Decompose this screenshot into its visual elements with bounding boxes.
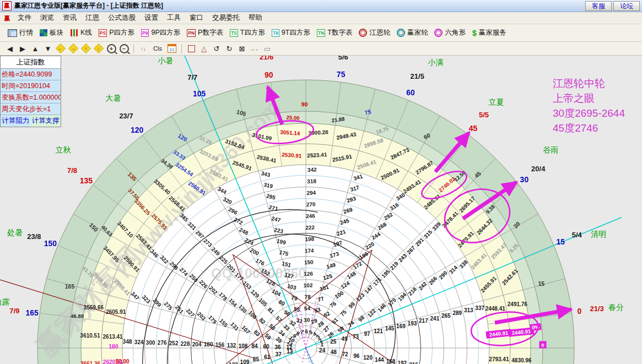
toolbar-button-板块[interactable]: 板块 [36, 27, 67, 39]
toolbar-button-T四方形[interactable]: TST四方形 [226, 27, 268, 39]
panel-button-0[interactable]: 计算阻力 [1, 115, 31, 127]
titlebar-button-客服[interactable]: 客服 [585, 1, 612, 11]
svg-text:96: 96 [353, 353, 360, 359]
svg-text:216: 216 [409, 362, 418, 364]
toolbar-button-行情[interactable]: 行情 [4, 27, 36, 39]
svg-text:109: 109 [240, 359, 250, 364]
wheel-label: 165 [65, 283, 75, 290]
wheel-label: 246 [306, 213, 315, 219]
rotate-ccw-icon[interactable]: ↺ [211, 44, 222, 54]
menu-item-9[interactable]: 帮助 [244, 12, 267, 24]
toolbar-button-P数字表[interactable]: PNP数字表 [184, 27, 226, 39]
svg-text:49: 49 [342, 336, 348, 342]
toolbar-button-六角形[interactable]: 六角形 [431, 27, 469, 39]
toolbar-button-赢家轮[interactable]: 赢家轮 [393, 27, 431, 39]
svg-text:192: 192 [397, 360, 407, 364]
index-name: 上证指数 [1, 56, 61, 69]
wheel-label: 168 [386, 358, 396, 364]
svg-text:150: 150 [44, 239, 57, 248]
menu-item-3[interactable]: 江恩 [81, 12, 104, 24]
toolbar-separator [181, 44, 182, 53]
updown-marker-icon[interactable]: ↑↓ [138, 44, 149, 54]
toolbar-button-K线[interactable]: K线 [67, 27, 95, 39]
wheel-label: 97 [364, 331, 371, 337]
menu-item-5[interactable]: 设置 [140, 12, 163, 24]
wheel-label: 36 [274, 344, 281, 350]
svg-text:252: 252 [169, 340, 179, 346]
titlebar-button-论坛[interactable]: 论坛 [613, 1, 640, 11]
svg-text:72: 72 [342, 351, 349, 357]
svg-text:处暑: 处暑 [7, 228, 23, 237]
toolbar-button-P四方形[interactable]: PSP四方形 [95, 27, 138, 39]
toolbar-label: 赢家轮 [407, 28, 428, 37]
panel-button-1[interactable]: 计算支撑 [31, 115, 61, 127]
svg-text:222: 222 [305, 224, 315, 231]
pan-left-icon[interactable]: ← [55, 44, 66, 54]
rect-tool-icon[interactable] [186, 44, 197, 54]
nav-forward-icon[interactable]: ▶ [17, 44, 28, 54]
menu-item-6[interactable]: 工具 [163, 12, 185, 24]
wheel-label: 84 [251, 343, 258, 349]
svg-text:48: 48 [331, 349, 337, 355]
svg-text:318: 318 [307, 178, 316, 184]
wheel-label: 198 [305, 236, 314, 242]
zoom-in-icon[interactable]: + [106, 44, 117, 54]
svg-text:246: 246 [306, 213, 315, 219]
svg-text:198: 198 [305, 236, 314, 242]
toolbar-button-赢家服务[interactable]: $赢家服务 [469, 27, 510, 39]
menu-item-7[interactable]: 窗口 [185, 12, 208, 24]
svg-text:2793.41: 2793.41 [489, 356, 509, 362]
delete-box-icon[interactable]: ⊠ [236, 44, 247, 54]
svg-text:90: 90 [301, 101, 308, 107]
compress-icon[interactable]: →← [249, 44, 260, 54]
svg-text:193: 193 [408, 320, 417, 327]
nav-back-icon[interactable]: ◀ [4, 44, 15, 54]
wheel-label: 265 [441, 313, 451, 319]
svg-text:21/3: 21/3 [590, 305, 604, 313]
wheel-label: 276 [158, 340, 167, 346]
panel-row: 周天变化步长=1 [1, 104, 61, 115]
svg-text:78: 78 [304, 294, 311, 300]
wheel-label: 25.00 [286, 114, 299, 121]
wheel-label: 30 [304, 317, 310, 323]
special-label: 50.00 [115, 358, 129, 364]
wheel-label: 180 [204, 341, 213, 347]
wheel-label: 144 [375, 357, 384, 363]
wheel-label: 294 [306, 189, 316, 196]
toolbar-button-江恩轮[interactable]: 江恩轮 [355, 27, 393, 39]
triangle-tool-icon[interactable]: △ [198, 44, 209, 54]
toolbar-label: 六角形 [445, 28, 466, 37]
menu-logo-icon: 赢 [3, 14, 11, 22]
toolbar-button-T数字表[interactable]: TNT数字表 [314, 27, 355, 39]
screen-icon[interactable]: ▭ [262, 44, 273, 54]
svg-text:54: 54 [304, 305, 311, 311]
zoom-out-icon[interactable]: − [118, 44, 130, 54]
wheel-label: 324 [134, 339, 144, 345]
calendar-icon[interactable]: 21 [166, 44, 177, 54]
svg-text:342: 342 [307, 166, 317, 173]
wheel-label: 216 [409, 362, 418, 364]
nav-down-icon[interactable]: ▼ [42, 44, 53, 54]
svg-text:23/8: 23/8 [27, 232, 41, 241]
cls-button[interactable]: Cls [150, 44, 165, 54]
menu-item-2[interactable]: 资讯 [58, 12, 81, 24]
svg-text:15: 15 [538, 280, 544, 287]
menu-item-0[interactable]: 文件 [13, 12, 36, 24]
menubar: 赢 文件浏览资讯江恩公式选股设置工具窗口交易委托帮助 [0, 12, 642, 24]
pan-right-icon[interactable]: → [68, 44, 79, 54]
pan-down-icon[interactable]: ↓ [93, 44, 104, 54]
toolbar-button-9T四方形[interactable]: T99T四方形 [268, 27, 314, 39]
nav-up-icon[interactable]: ▲ [30, 44, 41, 54]
svg-text:2491.76: 2491.76 [508, 301, 528, 307]
menu-item-4[interactable]: 公式选股 [104, 12, 140, 24]
menu-item-1[interactable]: 浏览 [36, 12, 58, 24]
svg-text:270: 270 [306, 201, 316, 208]
svg-text:204: 204 [192, 341, 202, 347]
wheel-label: 61 [264, 354, 271, 360]
menu-item-8[interactable]: 交易委托 [208, 12, 244, 24]
toolbar-button-9P四方形[interactable]: P99P四方形 [138, 27, 184, 39]
pan-up-icon[interactable]: ↑ [80, 44, 91, 54]
svg-text:135: 135 [80, 176, 93, 185]
svg-text:4830.96: 4830.96 [511, 357, 532, 363]
rotate-cw-icon[interactable]: ↻ [224, 44, 235, 54]
